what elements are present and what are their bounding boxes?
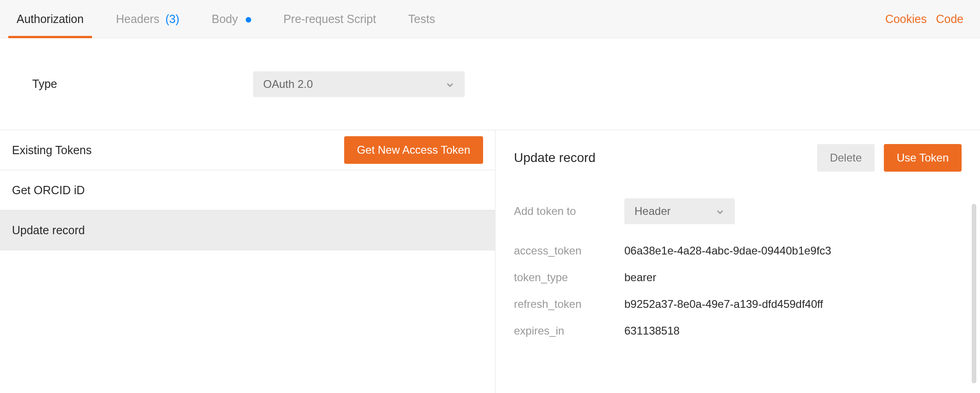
tab-headers-label: Headers: [116, 12, 160, 25]
token-field-value: bearer: [624, 271, 656, 284]
token-field-key: refresh_token: [514, 298, 624, 311]
unsaved-dot-icon: [246, 17, 251, 23]
token-field-key: token_type: [514, 271, 624, 284]
token-field-value: 631138518: [624, 324, 680, 337]
token-list: Get ORCID iD Update record: [0, 170, 495, 250]
auth-type-select[interactable]: OAuth 2.0: [253, 71, 465, 97]
tab-tests[interactable]: Tests: [408, 1, 435, 37]
token-detail-pane: Update record Delete Use Token Add token…: [496, 130, 980, 393]
add-token-to-row: Add token to Header: [514, 198, 962, 224]
auth-type-label: Type: [32, 77, 253, 91]
token-field-row: access_token 06a38e1e-4a28-4abc-9dae-094…: [514, 244, 962, 257]
code-link[interactable]: Code: [936, 12, 963, 26]
token-fields: access_token 06a38e1e-4a28-4abc-9dae-094…: [514, 244, 962, 337]
chevron-down-icon: [715, 207, 725, 216]
get-new-access-token-button[interactable]: Get New Access Token: [344, 136, 483, 164]
delete-button[interactable]: Delete: [817, 144, 875, 172]
scrollbar-thumb[interactable]: [972, 204, 976, 383]
token-field-value: 06a38e1e-4a28-4abc-9dae-09440b1e9fc3: [624, 244, 831, 257]
add-token-to-select[interactable]: Header: [624, 198, 735, 224]
tab-body[interactable]: Body: [212, 1, 251, 37]
token-row[interactable]: Get ORCID iD: [0, 170, 495, 210]
use-token-button[interactable]: Use Token: [884, 144, 962, 172]
token-detail-title: Update record: [514, 150, 595, 165]
tabbar-right-links: Cookies Code: [885, 12, 973, 26]
add-token-to-value: Header: [634, 205, 671, 218]
token-field-row: refresh_token b9252a37-8e0a-49e7-a139-df…: [514, 298, 962, 311]
token-field-value: b9252a37-8e0a-49e7-a139-dfd459df40ff: [624, 298, 823, 311]
token-field-key: expires_in: [514, 324, 624, 337]
token-row[interactable]: Update record: [0, 210, 495, 250]
existing-tokens-pane: Existing Tokens Get New Access Token Get…: [0, 130, 496, 393]
existing-tokens-header: Existing Tokens Get New Access Token: [0, 130, 495, 170]
add-token-to-label: Add token to: [514, 205, 624, 218]
token-actions: Delete Use Token: [817, 144, 962, 172]
tab-headers-count: (3): [165, 12, 179, 25]
auth-type-value: OAuth 2.0: [263, 78, 313, 91]
token-field-row: token_type bearer: [514, 271, 962, 284]
tab-pre-request-script[interactable]: Pre-request Script: [283, 1, 376, 37]
token-field-row: expires_in 631138518: [514, 324, 962, 337]
cookies-link[interactable]: Cookies: [885, 12, 927, 26]
existing-tokens-label: Existing Tokens: [12, 144, 92, 157]
tab-headers[interactable]: Headers (3): [116, 1, 179, 37]
chevron-down-icon: [445, 80, 455, 89]
tab-group: Authorization Headers (3) Body Pre-reque…: [17, 1, 435, 37]
tab-body-label: Body: [212, 12, 238, 25]
auth-type-row: Type OAuth 2.0: [0, 38, 980, 130]
token-field-key: access_token: [514, 244, 624, 257]
split-panels: Existing Tokens Get New Access Token Get…: [0, 130, 980, 393]
token-detail-header: Update record Delete Use Token: [514, 144, 962, 172]
tab-authorization[interactable]: Authorization: [17, 1, 84, 37]
tab-bar: Authorization Headers (3) Body Pre-reque…: [0, 0, 980, 38]
